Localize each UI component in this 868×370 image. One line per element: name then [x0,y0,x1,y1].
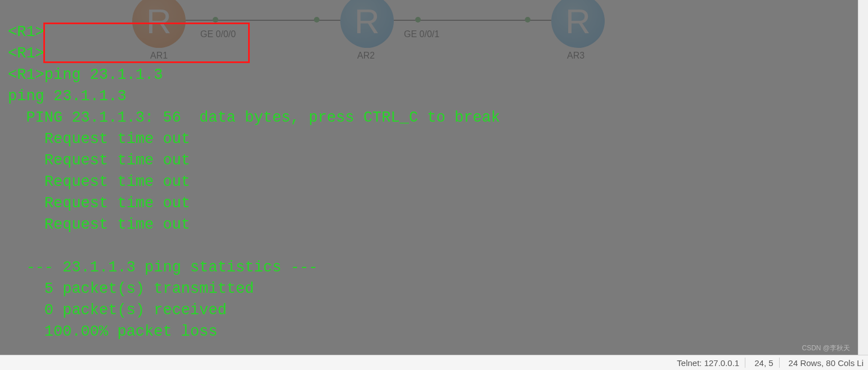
status-connection: Telnet: 127.0.0.1 [677,358,739,368]
terminal-line: <R1>ping 23.1.1.3 [8,66,163,83]
terminal-output[interactable]: <R1> <R1> <R1>ping 23.1.1.3 ping 23.1.1.… [0,0,868,355]
status-bar: Telnet: 127.0.0.1 24, 5 24 Rows, 80 Cols… [0,355,868,370]
terminal-line: --- 23.1.1.3 ping statistics --- [8,259,318,276]
terminal-line: Request time out [8,216,190,233]
status-cursor: 24, 5 [754,358,773,368]
terminal-line: PING 23.1.1.3: 56 data bytes, press CTRL… [8,109,500,126]
terminal-line: Request time out [8,131,190,148]
terminal-line: 100.00% packet loss [8,323,218,340]
terminal-line: Request time out [8,152,190,169]
terminal-line: <R1> [8,45,44,62]
divider [745,358,745,368]
divider [779,358,780,368]
watermark-text: CSDN @李秋天 [802,344,850,353]
status-size: 24 Rows, 80 Cols Li [789,358,863,368]
terminal-line: 0 packet(s) received [8,302,227,319]
scrollbar[interactable] [858,0,868,355]
terminal-line: Request time out [8,195,190,212]
terminal-line: Request time out [8,173,190,190]
terminal-line: ping 23.1.1.3 [8,88,127,105]
terminal-line: 5 packet(s) transmitted [8,280,254,297]
terminal-line: <R1> [8,24,44,41]
